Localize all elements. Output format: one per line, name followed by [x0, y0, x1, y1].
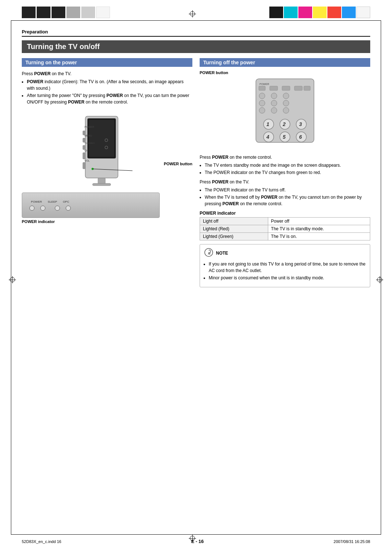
svg-text:6: 6: [299, 134, 302, 140]
border-right: [381, 20, 381, 535]
right-bullet-2b: When the TV is turned off by POWER on th…: [205, 194, 370, 207]
svg-text:POWER: POWER: [85, 126, 94, 128]
black-block-3: [52, 7, 65, 18]
footer-file: 52D83X_en_c.indd 16: [22, 539, 61, 544]
preparation-label: Preparation: [22, 29, 370, 35]
table-cell-light-off: Light off: [200, 218, 268, 225]
svg-rect-15: [98, 178, 105, 184]
swatch-blue: [342, 7, 356, 18]
border-top: [11, 20, 381, 21]
table-cell-standby: The TV is in standby mode.: [268, 225, 370, 233]
black-block-5: [81, 7, 95, 18]
remote-svg: POWER: [249, 77, 321, 150]
left-subheading: Turning on the power: [22, 58, 192, 67]
note-icon-wrapper: N: [204, 247, 214, 259]
svg-rect-14: [83, 162, 85, 169]
table-cell-lighted-red: Lighted (Red): [200, 225, 268, 233]
reg-mark-right: [376, 276, 383, 283]
right-bullet-1b: The POWER indicator on the TV changes fr…: [205, 169, 370, 176]
border-left: [11, 20, 11, 535]
svg-rect-22: [270, 86, 278, 90]
section-divider: [22, 36, 370, 37]
reg-circle-right: [377, 277, 382, 282]
swatch-red: [327, 7, 341, 18]
indicator-labels: POWER SLEEP OPC: [31, 200, 69, 203]
circle-power: [29, 206, 34, 211]
tv-illustration: POWER MENU TV/VIDEO CH VOL: [22, 109, 192, 189]
svg-text:2: 2: [282, 121, 286, 127]
svg-point-33: [271, 108, 277, 113]
black-block-6: [96, 7, 110, 18]
svg-text:TV/VIDEO: TV/VIDEO: [85, 142, 95, 144]
right-bullet-1a: The TV enters standby mode and the image…: [205, 162, 370, 169]
svg-text:N: N: [208, 252, 211, 255]
swatch-cyan: [284, 7, 298, 18]
indicator-title: POWER indicator: [200, 211, 370, 216]
black-blocks-decoration: [22, 7, 110, 18]
reg-mark-left: [9, 276, 16, 283]
table-row: Lighted (Green) The TV is on.: [200, 233, 370, 240]
table-cell-lighted-green: Lighted (Green): [200, 233, 268, 240]
svg-point-26: [259, 93, 265, 99]
right-power-btn-label: POWER button: [200, 70, 370, 75]
swatch-white: [356, 7, 370, 18]
svg-rect-21: [259, 86, 265, 90]
right-subheading: Turning off the power: [200, 58, 370, 67]
table-cell-power-off: Power off: [268, 218, 370, 225]
main-heading: Turning the TV on/off: [22, 40, 370, 53]
left-intro: Press POWER on the TV.: [22, 70, 192, 77]
press-remote-text: Press POWER on the remote control.: [200, 154, 370, 161]
border-bottom: [11, 534, 381, 535]
svg-point-27: [271, 93, 277, 99]
note-header: N NOTE: [204, 247, 366, 259]
swatch-yellow: [313, 7, 327, 18]
svg-point-31: [283, 100, 289, 106]
left-bullet-2: After turning the power "ON" by pressing…: [27, 92, 192, 105]
bottom-remote-bar: POWER SLEEP OPC: [22, 193, 160, 218]
power-indicator-section: POWER indicator Light off Power off Ligh…: [200, 211, 370, 240]
left-column: Turning on the power Press POWER on the …: [22, 58, 192, 287]
left-bullet-1: POWER indicator (Green): The TV is on. (…: [27, 78, 192, 92]
power-button-label: POWER button: [164, 162, 192, 166]
black-block-1: [22, 7, 36, 18]
note-bullet-2: Minor power is consumed when the unit is…: [209, 275, 366, 281]
color-bar: [269, 7, 370, 18]
svg-text:3: 3: [299, 121, 302, 127]
table-row: Lighted (Red) The TV is in standby mode.: [200, 225, 370, 233]
circle-extra: [66, 206, 71, 211]
black-block-2: [37, 7, 50, 18]
note-icon: N: [204, 247, 214, 258]
svg-text:POWER: POWER: [260, 83, 269, 85]
reg-circle: [190, 11, 195, 16]
svg-text:4: 4: [266, 134, 269, 140]
opc-label: OPC: [63, 200, 69, 203]
two-col-layout: Turning on the power Press POWER on the …: [22, 58, 370, 287]
black-block-4: [66, 7, 80, 18]
right-bullets-2: The POWER indicator on the TV turns off.…: [205, 187, 370, 207]
power-label: POWER: [31, 200, 42, 203]
circle-sleep: [40, 206, 45, 211]
note-box: N NOTE If you are not going to use this …: [200, 244, 370, 287]
svg-text:VOL: VOL: [85, 159, 90, 162]
press-tv-text: Press POWER on the TV.: [200, 179, 370, 185]
circle-opc: [55, 206, 60, 211]
main-content: Preparation Turning the TV on/off Turnin…: [22, 29, 370, 526]
swatch-black: [269, 7, 283, 18]
svg-point-34: [283, 108, 289, 113]
svg-rect-12: [83, 153, 85, 159]
svg-text:1: 1: [266, 121, 269, 127]
svg-point-30: [271, 100, 277, 106]
note-bullets: If you are not going to use this TV for …: [209, 261, 366, 281]
svg-text:CH: CH: [85, 149, 88, 152]
svg-text:5: 5: [283, 134, 286, 140]
svg-rect-16: [93, 183, 111, 186]
table-row: Light off Power off: [200, 218, 370, 225]
sleep-label: SLEEP: [48, 200, 57, 203]
left-bullets: POWER indicator (Green): The TV is on. (…: [27, 78, 192, 105]
indicator-group: POWER SLEEP OPC: [29, 200, 71, 211]
swatch-magenta: [298, 7, 312, 18]
remote-illustration: POWER: [200, 77, 370, 150]
svg-point-29: [259, 100, 265, 106]
right-bullet-2a: The POWER indicator on the TV turns off.: [205, 187, 370, 193]
page-label: E - 16: [191, 539, 204, 544]
